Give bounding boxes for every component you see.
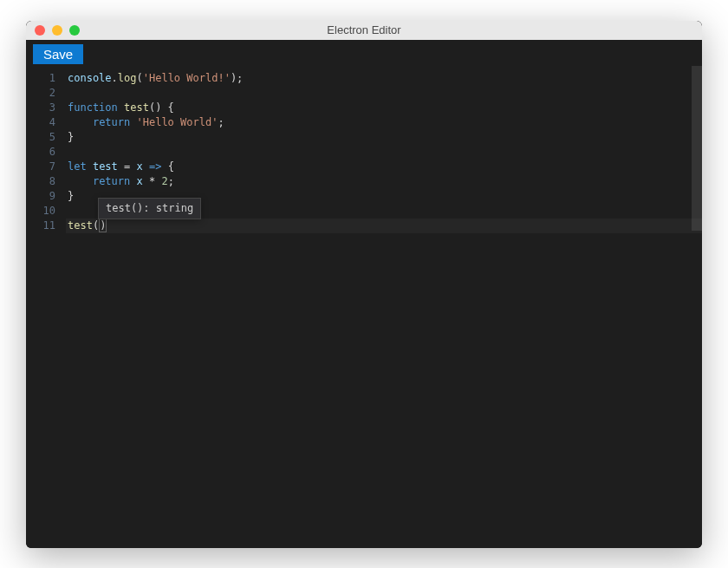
code-line[interactable]: } <box>68 130 702 145</box>
code-token: ( <box>137 72 143 84</box>
app-window: Electron Editor Save 1234567891011 conso… <box>26 21 702 548</box>
code-line[interactable]: console.log('Hello World!'); <box>68 71 702 86</box>
code-token: function <box>68 101 118 114</box>
line-number: 3 <box>26 101 55 115</box>
code-token: x <box>137 175 143 187</box>
line-number: 8 <box>26 174 55 189</box>
code-token: { <box>161 160 173 173</box>
minimize-icon[interactable] <box>52 25 62 36</box>
maximize-icon[interactable] <box>69 25 80 36</box>
code-line[interactable]: test() <box>66 219 702 233</box>
line-number: 5 <box>26 130 55 145</box>
code-token <box>118 101 124 114</box>
code-token <box>130 175 136 187</box>
line-number: 10 <box>26 204 55 219</box>
code-line[interactable] <box>68 86 702 101</box>
code-token <box>68 175 93 187</box>
line-number: 4 <box>26 115 55 130</box>
titlebar[interactable]: Electron Editor <box>26 21 702 40</box>
line-number-gutter: 1234567891011 <box>26 71 68 548</box>
signature-tooltip: test(): string <box>98 198 201 219</box>
code-line[interactable]: return 'Hello World'; <box>68 115 702 130</box>
save-button[interactable]: Save <box>33 44 83 64</box>
line-number: 6 <box>26 145 55 160</box>
code-token: 'Hello World' <box>137 116 218 128</box>
line-number: 1 <box>26 71 55 86</box>
traffic-lights <box>26 25 80 36</box>
line-number: 9 <box>26 189 55 204</box>
code-token: return <box>93 175 130 187</box>
line-number: 2 <box>26 86 55 101</box>
code-token <box>68 116 93 128</box>
code-token: test <box>68 219 93 232</box>
code-token: 'Hello World!' <box>143 72 231 84</box>
code-line[interactable] <box>68 145 702 160</box>
code-token <box>143 160 149 173</box>
code-token: * <box>143 175 162 187</box>
code-token: 2 <box>161 175 167 187</box>
code-line[interactable]: function test() { <box>68 101 702 115</box>
code-token: test <box>124 101 149 114</box>
scrollbar-thumb[interactable] <box>692 66 702 231</box>
code-token: ); <box>231 72 243 84</box>
code-token: ; <box>218 116 224 128</box>
toolbar: Save <box>26 40 702 66</box>
window-title: Electron Editor <box>26 23 702 36</box>
code-area[interactable]: console.log('Hello World!');function tes… <box>68 71 702 548</box>
line-number: 7 <box>26 160 55 174</box>
code-token: log <box>118 72 137 84</box>
code-token: ; <box>168 175 174 187</box>
close-icon[interactable] <box>35 25 45 36</box>
code-token: x <box>137 160 143 173</box>
code-token: console <box>68 72 112 84</box>
code-editor[interactable]: 1234567891011 console.log('Hello World!'… <box>26 66 702 548</box>
code-token <box>130 116 136 128</box>
line-number: 11 <box>26 219 55 233</box>
scrollbar-track[interactable] <box>692 66 702 548</box>
code-token: return <box>93 116 130 128</box>
code-token: let <box>68 160 87 173</box>
code-token: test <box>93 160 118 173</box>
code-token <box>87 160 93 173</box>
code-token: () { <box>149 101 174 114</box>
code-token: } <box>68 131 74 143</box>
code-line[interactable]: return x * 2; <box>68 174 702 189</box>
code-token: ) <box>99 219 107 232</box>
code-token: . <box>112 72 118 84</box>
code-line[interactable]: let test = x => { <box>68 160 702 174</box>
code-token: } <box>68 190 74 202</box>
code-token: => <box>149 160 161 173</box>
code-token: = <box>118 160 137 173</box>
